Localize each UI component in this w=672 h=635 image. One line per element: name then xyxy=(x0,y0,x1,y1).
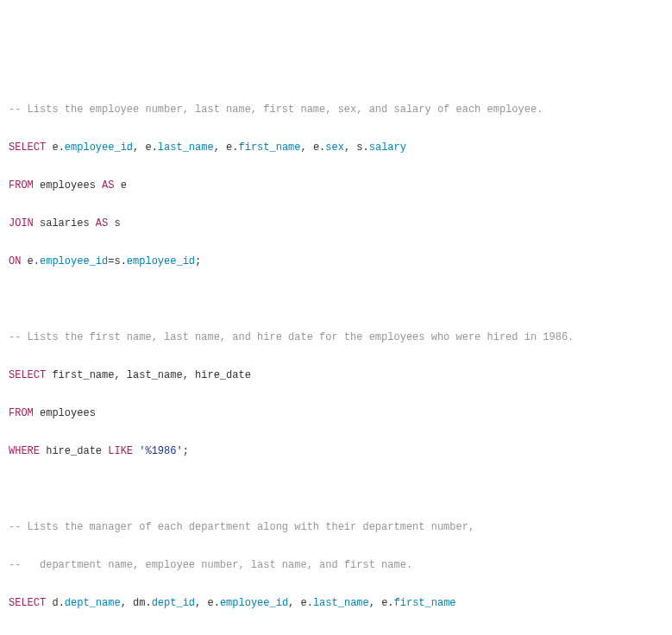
dot: . xyxy=(387,597,393,609)
column: first_name xyxy=(394,597,456,609)
column: salary xyxy=(369,141,406,154)
comment: -- Lists the manager of each department … xyxy=(9,518,663,537)
blank-line xyxy=(9,290,663,309)
keyword-select: SELECT xyxy=(9,597,46,609)
dot: . xyxy=(121,255,127,267)
alias: e xyxy=(121,179,127,192)
column: first_name xyxy=(52,369,114,381)
semicolon: ; xyxy=(195,255,201,267)
column: employee_id xyxy=(127,255,195,267)
string-literal: '%1986' xyxy=(139,445,182,457)
code-line: FROM employees xyxy=(9,404,663,423)
dot: . xyxy=(145,597,151,609)
keyword-from: FROM xyxy=(9,407,34,419)
code-line: WHERE hire_date LIKE '%1986'; xyxy=(9,442,663,461)
table: salaries xyxy=(40,217,90,229)
comment: -- Lists the employee number, last name,… xyxy=(9,100,663,119)
alias: dm xyxy=(133,597,145,609)
keyword-select: SELECT xyxy=(9,141,46,154)
column: dept_name xyxy=(65,597,121,609)
table: employees xyxy=(40,179,96,192)
code-line: SELECT e.employee_id, e.last_name, e.fir… xyxy=(9,138,663,157)
comma: , xyxy=(121,597,133,609)
column: employee_id xyxy=(40,255,108,267)
keyword-like: LIKE xyxy=(108,445,133,457)
code-line: JOIN salaries AS s xyxy=(9,214,663,233)
comma: , xyxy=(183,369,195,381)
alias: d xyxy=(52,597,58,609)
alias: e xyxy=(145,141,151,154)
comma: , xyxy=(133,141,145,154)
code-line: SELECT first_name, last_name, hire_date xyxy=(9,366,663,385)
comma: , xyxy=(288,597,300,609)
alias: s xyxy=(114,255,120,267)
keyword-select: SELECT xyxy=(9,369,46,381)
table: employees xyxy=(40,407,96,419)
column: hire_date xyxy=(195,369,251,381)
comment: -- department name, employee number, las… xyxy=(9,556,663,575)
semicolon: ; xyxy=(183,445,189,457)
dot: . xyxy=(363,141,369,154)
alias: e xyxy=(207,597,213,609)
keyword-on: ON xyxy=(9,255,21,267)
column: first_name xyxy=(238,141,300,154)
alias: e xyxy=(301,597,307,609)
alias: e xyxy=(28,255,34,267)
code-line: FROM employees AS e xyxy=(9,176,663,195)
alias: e xyxy=(52,141,58,154)
column: employee_id xyxy=(65,141,133,154)
comma: , xyxy=(369,597,381,609)
code-line: FROM employees AS e xyxy=(9,632,663,635)
comma: , xyxy=(301,141,313,154)
keyword-from: FROM xyxy=(9,179,34,192)
column: last_name xyxy=(313,597,369,609)
keyword-as: AS xyxy=(96,217,108,229)
dot: . xyxy=(59,597,65,609)
alias: s xyxy=(114,217,120,229)
dot: . xyxy=(214,597,220,609)
column: dept_id xyxy=(152,597,195,609)
comma: , xyxy=(114,369,126,381)
column: last_name xyxy=(127,369,183,381)
blank-line xyxy=(9,480,663,499)
dot: . xyxy=(307,597,313,609)
column: hire_date xyxy=(46,445,102,457)
comma: , xyxy=(214,141,226,154)
column: last_name xyxy=(158,141,214,154)
dot: . xyxy=(152,141,158,154)
sql-code-block: -- Lists the employee number, last name,… xyxy=(9,81,663,635)
keyword-where: WHERE xyxy=(9,445,40,457)
comment: -- Lists the first name, last name, and … xyxy=(9,328,663,347)
keyword-join: JOIN xyxy=(9,217,34,229)
alias: s xyxy=(356,141,362,154)
dot: . xyxy=(34,255,40,267)
column: sex xyxy=(325,141,344,154)
comma: , xyxy=(195,597,207,609)
keyword-as: AS xyxy=(102,179,114,192)
column: employee_id xyxy=(220,597,288,609)
dot: . xyxy=(59,141,65,154)
code-line: ON e.employee_id=s.employee_id; xyxy=(9,252,663,271)
comma: , xyxy=(344,141,356,154)
code-line: SELECT d.dept_name, dm.dept_id, e.employ… xyxy=(9,594,663,613)
